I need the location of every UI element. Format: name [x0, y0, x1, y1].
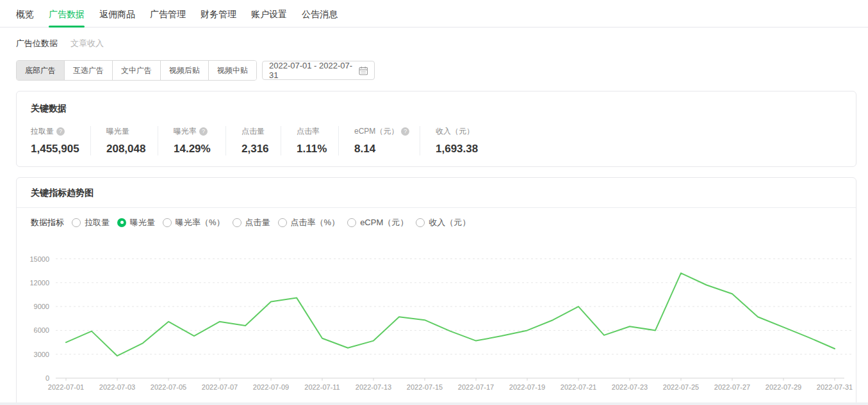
y-tick-label: 3000 [34, 351, 49, 358]
sub-nav-tab-1[interactable]: 文章收入 [70, 38, 104, 49]
metric-6: 收入（元）1,693.38 [436, 126, 512, 155]
ad-type-tab-1[interactable]: 互选广告 [64, 61, 112, 80]
x-tick-label: 2022-07-27 [714, 383, 750, 391]
date-range-value: 2022-07-01 - 2022-07-31 [269, 61, 359, 80]
trend-title: 关键指标趋势图 [31, 187, 842, 199]
x-tick-label: 2022-07-03 [99, 383, 135, 391]
metric-label: 点击量 [242, 126, 281, 137]
metric-2: 曝光率?14.29% [174, 126, 226, 155]
sub-nav: 广告位数据文章收入 [0, 28, 868, 49]
metric-radio-4[interactable]: 点击率（%） [278, 217, 340, 228]
metric-4: 点击率1.11% [297, 126, 339, 155]
ad-type-tab-4[interactable]: 视频中贴 [208, 61, 256, 80]
x-tick-label: 2022-07-31 [817, 383, 853, 391]
top-nav-tab-4[interactable]: 财务管理 [201, 9, 236, 27]
metric-0: 拉取量?1,455,905 [31, 126, 91, 155]
metric-label: 曝光量 [106, 126, 158, 137]
ad-type-tab-0[interactable]: 底部广告 [17, 61, 64, 80]
radio-icon[interactable] [72, 218, 81, 227]
radio-icon[interactable] [163, 218, 172, 227]
top-nav-tab-6[interactable]: 公告消息 [302, 9, 338, 27]
x-tick-label: 2022-07-11 [304, 383, 340, 391]
date-range-picker[interactable]: 2022-07-01 - 2022-07-31 [262, 61, 375, 80]
x-tick-label: 2022-07-17 [458, 383, 494, 391]
metric-value: 1.11% [297, 143, 338, 155]
x-tick-label: 2022-07-13 [356, 383, 391, 391]
radio-selected-icon[interactable] [117, 218, 126, 227]
trend-card: 关键指标趋势图 数据指标 拉取量曝光量曝光率（%）点击量点击率（%）eCPM（元… [16, 177, 856, 405]
top-nav-tab-0[interactable]: 概览 [16, 9, 34, 27]
metric-radio-2[interactable]: 曝光率（%） [163, 217, 225, 228]
radio-icon[interactable] [278, 218, 287, 227]
ad-type-tab-3[interactable]: 视频后贴 [160, 61, 208, 80]
help-icon[interactable]: ? [56, 127, 65, 136]
metric-radio-1[interactable]: 曝光量 [117, 217, 155, 228]
metric-value: 8.14 [354, 143, 420, 155]
metric-label: 曝光率? [174, 126, 225, 137]
x-tick-label: 2022-07-07 [202, 383, 238, 391]
trend-chart: 030006000900012000150002022-07-012022-07… [17, 251, 857, 405]
ad-type-tab-group: 底部广告互选广告文中广告视频后贴视频中贴 [16, 60, 257, 81]
trend-chart-area: 030006000900012000150002022-07-012022-07… [17, 251, 856, 405]
metric-label: 拉取量? [31, 126, 90, 137]
metric-5: eCPM（元）?8.14 [354, 126, 420, 155]
metric-value: 2,316 [242, 143, 281, 155]
y-tick-label: 12000 [29, 279, 49, 287]
x-tick-label: 2022-07-01 [48, 383, 84, 391]
radio-icon[interactable] [347, 218, 356, 227]
radio-icon[interactable] [416, 218, 425, 227]
toolbar: 底部广告互选广告文中广告视频后贴视频中贴 2022-07-01 - 2022-0… [16, 60, 868, 81]
key-data-title: 关键数据 [31, 103, 842, 115]
metric-3: 点击量2,316 [242, 126, 281, 155]
calendar-icon [359, 66, 368, 75]
metric-radio-5[interactable]: eCPM（元） [347, 217, 408, 228]
metric-value: 1,455,905 [31, 143, 90, 155]
y-tick-label: 6000 [34, 326, 49, 334]
x-tick-label: 2022-07-29 [766, 383, 801, 391]
top-nav-tab-5[interactable]: 账户设置 [251, 9, 287, 27]
trend-line [66, 273, 835, 356]
help-icon[interactable]: ? [401, 127, 409, 136]
key-data-metrics: 拉取量?1,455,905曝光量208,048曝光率?14.29%点击量2,31… [31, 126, 842, 155]
ad-type-tab-2[interactable]: 文中广告 [112, 61, 160, 80]
help-icon[interactable]: ? [199, 127, 208, 136]
top-nav-tab-1[interactable]: 广告数据 [49, 9, 85, 27]
top-nav: 概览广告数据返佣商品广告管理财务管理账户设置公告消息 [0, 0, 868, 28]
x-tick-label: 2022-07-05 [151, 383, 186, 391]
metric-radio-3[interactable]: 点击量 [233, 217, 270, 228]
y-tick-label: 9000 [34, 303, 49, 310]
metric-value: 208,048 [106, 143, 158, 155]
x-tick-label: 2022-07-15 [407, 383, 443, 391]
metric-value: 14.29% [174, 143, 225, 155]
x-tick-label: 2022-07-09 [253, 383, 289, 391]
page-bottom-strip [0, 402, 868, 405]
metric-selector-label: 数据指标 [31, 217, 64, 228]
x-tick-label: 2022-07-21 [561, 383, 596, 391]
y-tick-label: 15000 [29, 255, 49, 263]
metric-1: 曝光量208,048 [106, 126, 158, 155]
metric-radio-6[interactable]: 收入（元） [416, 217, 470, 228]
x-tick-label: 2022-07-25 [663, 383, 699, 391]
metric-label: eCPM（元）? [354, 126, 420, 137]
metric-radio-group: 数据指标 拉取量曝光量曝光率（%）点击量点击率（%）eCPM（元）收入（元） [31, 216, 856, 228]
top-nav-tab-3[interactable]: 广告管理 [150, 9, 186, 27]
key-data-card: 关键数据 拉取量?1,455,905曝光量208,048曝光率?14.29%点击… [16, 91, 856, 167]
y-tick-label: 0 [45, 374, 49, 382]
metric-label: 收入（元） [436, 126, 512, 137]
x-tick-label: 2022-07-23 [612, 383, 648, 391]
top-nav-tab-2[interactable]: 返佣商品 [99, 9, 135, 27]
radio-icon[interactable] [233, 218, 242, 227]
metric-radio-0[interactable]: 拉取量 [72, 217, 110, 228]
x-tick-label: 2022-07-19 [509, 383, 545, 391]
metric-label: 点击率 [297, 126, 338, 137]
sub-nav-tab-0[interactable]: 广告位数据 [16, 38, 58, 49]
metric-value: 1,693.38 [436, 143, 512, 155]
